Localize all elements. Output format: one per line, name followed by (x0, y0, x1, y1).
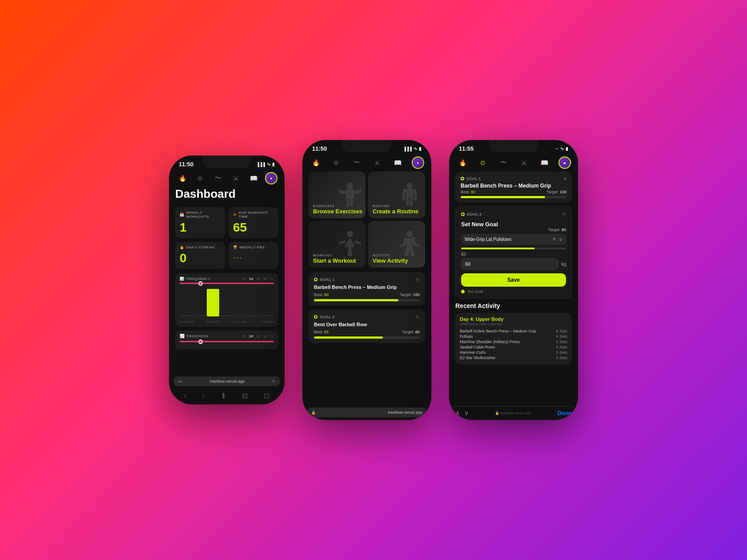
url-refresh-left[interactable]: ↻ (272, 379, 276, 384)
goal-detail-1-stats: Best: 80 Target: 100 (461, 190, 566, 194)
done-btn-right[interactable]: Done (557, 410, 572, 416)
bottom-share-left[interactable]: ⬆ (221, 392, 226, 400)
nav-avatar-mid[interactable]: ● (412, 156, 424, 169)
nav-dumbbell-left[interactable]: ⚔ (229, 172, 242, 184)
save-goal-btn[interactable]: Save (461, 273, 566, 287)
goal-2-header-mid: GOAL 2 ✕ (314, 314, 420, 320)
range-1w[interactable]: 1W (249, 277, 253, 280)
stat-weekly-pbs: 🏆 WEEKLY PBS ... (229, 242, 278, 269)
goal-2-label-right: GOAL 2 (461, 212, 482, 216)
prog-range-1m[interactable]: 1M (256, 335, 261, 338)
goal-1-chevron[interactable]: ∧ (563, 176, 566, 181)
set-goal-title: Set New Goal (461, 221, 566, 228)
nav-avatar-left[interactable]: ● (265, 172, 277, 184)
exercise-clear-icon[interactable]: ✕ (552, 236, 556, 242)
arrow-down-right[interactable]: ∨ (464, 409, 469, 416)
wifi-icon: ∿ (267, 162, 270, 167)
svg-point-8 (406, 183, 413, 189)
nav-activity-left[interactable]: 〜 (212, 172, 224, 184)
bottom-tabs-left[interactable]: ⊡ (264, 392, 269, 400)
exercise-dropdown-icon[interactable]: ∨ (559, 236, 562, 242)
stat-avg-workout-time: ⏱ AVG WORKOUT TIME 65 (229, 207, 278, 238)
toggle-dot (461, 290, 465, 293)
nav-book-left[interactable]: 📖 (247, 172, 260, 184)
range-1m[interactable]: 1M (256, 277, 261, 280)
goal-2-stats-mid: Best: 65 Target: 80 (314, 330, 420, 334)
prog-range-3d[interactable]: 3D (242, 335, 246, 338)
quick-card-routine[interactable]: ROUTINE Create a Routine (368, 172, 425, 218)
chart-bar-2 (193, 315, 206, 316)
progress-card: 📈 PROGRESS 3D 1W 1M 3M 1Y (175, 330, 278, 349)
exercise-select[interactable]: Wide-Grip Lat Pulldown ✕ ∨ (461, 234, 566, 245)
stat-value-streak: 0 (180, 251, 221, 265)
exercise-row-1: Barbell Incline Bench Press – Medium Gri… (460, 329, 567, 333)
bottom-nav-left: ‹ › ⬆ ⊟ ⊡ (169, 389, 285, 404)
goal-2-close-mid[interactable]: ✕ (415, 314, 420, 320)
quick-content-activity: ACTIVITY View Activity (373, 254, 408, 264)
exercise-name-6: EZ-Bar Skullcrusher (460, 356, 496, 360)
notch-left (202, 156, 251, 168)
goal-detail-1: GOAL 1 ∧ Barbell Bench Press – Medium Gr… (455, 172, 572, 203)
nav-dumbbell-mid[interactable]: ⚔ (371, 156, 383, 169)
goal-1-dot-mid (314, 278, 317, 281)
chart-bar-4 (221, 315, 233, 316)
date-1: 08-07-2024 (180, 320, 193, 323)
nav-check-right[interactable]: ⊙ (477, 156, 489, 169)
target-unit: kg (561, 262, 566, 267)
frequency-slider-thumb[interactable] (198, 281, 203, 286)
prog-range-3m[interactable]: 3M (263, 335, 268, 338)
range-3m[interactable]: 3M (263, 277, 268, 280)
nav-flame-mid[interactable]: 🔥 (309, 156, 322, 169)
quick-card-activity[interactable]: ACTIVITY View Activity (368, 221, 425, 268)
exercise-name-3: Machine Shoulder (Military) Press (460, 340, 520, 344)
goal-2-close-right[interactable]: ✕ (562, 211, 566, 217)
goal-detail-1-exercise: Barbell Bench Press – Medium Grip (461, 183, 566, 189)
phone-left: 11:50 ▐▐▐ ∿ ▮ 🔥 ⊙ 〜 ⚔ 📖 ● Dashboard (169, 156, 285, 404)
progress-slider-track (180, 341, 274, 342)
status-time-middle: 11:50 (312, 145, 327, 152)
target-slider-bar (461, 248, 566, 249)
svg-rect-14 (406, 238, 413, 248)
target-slider-area (461, 248, 566, 249)
goal-2-best-mid: Best: 65 (314, 330, 329, 334)
calendar-icon: 📅 (180, 213, 185, 217)
bottom-bookmarks-left[interactable]: ⊟ (242, 392, 248, 400)
exercise-row-4: Seated Cable Rows 4 Sets (460, 345, 567, 349)
svg-rect-5 (359, 189, 361, 192)
nav-check-left[interactable]: ⊙ (194, 172, 206, 184)
nav-avatar-right[interactable]: ● (558, 156, 571, 169)
quick-card-workout[interactable]: WORKOUT Start a Workout (309, 221, 365, 268)
range-1y[interactable]: 1Y (270, 277, 274, 280)
prog-range-1w[interactable]: 1W (249, 335, 253, 338)
nav-book-mid[interactable]: 📖 (391, 156, 404, 169)
nav-flame-left[interactable]: 🔥 (176, 172, 189, 184)
range-3d[interactable]: 3D (242, 277, 246, 280)
nav-book-right[interactable]: 📖 (538, 156, 550, 169)
nav-dumbbell-right[interactable]: ⚔ (518, 156, 530, 169)
nav-activity-mid[interactable]: 〜 (350, 156, 363, 169)
goal-1-close-mid[interactable]: ✕ (415, 276, 420, 283)
bottom-back-left[interactable]: ‹ (184, 392, 186, 400)
set-goal-toggle[interactable]: Set Goal (461, 289, 566, 294)
url-aa-left: AA (178, 380, 183, 384)
frequency-label: 📊 FREQUENCY (180, 277, 210, 281)
chart-bar-6 (248, 315, 261, 316)
quick-card-exercises[interactable]: EXERCISES Browse Exercises (309, 172, 365, 218)
arrow-up-right[interactable]: ∧ (455, 409, 460, 416)
nav-activity-right[interactable]: 〜 (497, 156, 510, 169)
progress-slider-thumb[interactable] (198, 340, 203, 344)
nav-bar-right: 🔥 ⊙ 〜 ⚔ 📖 ● (449, 154, 578, 172)
prog-range-1y[interactable]: 1Y (270, 335, 274, 338)
quick-type-workout: WORKOUT (313, 254, 356, 257)
target-input[interactable]: 60 (461, 258, 558, 270)
quick-type-exercises: EXERCISES (313, 204, 362, 208)
nav-flame-right[interactable]: 🔥 (456, 156, 469, 169)
dashboard-title: Dashboard (175, 187, 278, 201)
exercise-sets-1: 6 Sets (556, 329, 567, 333)
url-bar-inner-left[interactable]: AA tracktive.vercel.app ↻ (173, 376, 280, 386)
frequency-slider-track (180, 283, 274, 284)
exercise-sets-6: 4 Sets (556, 356, 567, 360)
bottom-forward-left[interactable]: › (202, 392, 205, 400)
nav-check-mid[interactable]: ⊙ (330, 156, 342, 169)
bottom-bar-right: ∧ ∨ 🔒 tracktive.vercel.app Done (449, 406, 578, 420)
